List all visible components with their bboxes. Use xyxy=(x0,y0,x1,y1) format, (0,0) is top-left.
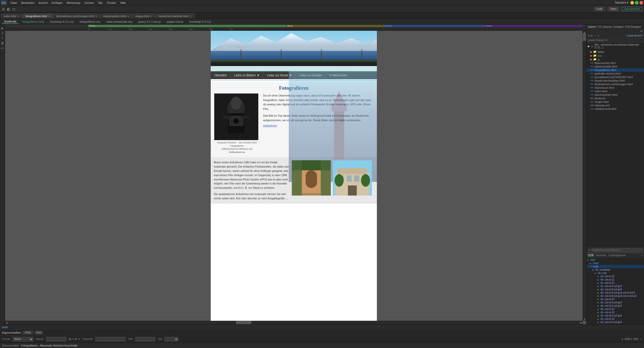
dom-row-row[interactable]: ▶ div .row xyxy=(587,271,643,275)
scroll-arrow-right[interactable]: ▶ xyxy=(580,321,583,324)
dom-row-body[interactable]: ▼ body xyxy=(587,265,643,268)
file-singen[interactable]: </> singen.html xyxy=(586,100,644,104)
source-file-bootstrap-js[interactable]: bootstrap-4.4.1.js xyxy=(187,20,213,24)
zoom-icon[interactable]: ⤡ xyxy=(640,338,642,340)
file-klavier[interactable]: </> klavierspielen.html xyxy=(586,93,644,97)
sidebar-icon-more[interactable]: ⋯ xyxy=(0,56,5,61)
menu-fenster[interactable]: Fenster xyxy=(105,1,118,5)
tab-close-singen[interactable]: ✕ xyxy=(150,15,152,18)
sidebar-icon-arrow[interactable]: ▶ xyxy=(0,26,5,30)
file-bilder[interactable]: ▶ 📁 bilder xyxy=(586,50,644,54)
menu-datei[interactable]: Datei xyxy=(9,1,19,5)
format-select[interactable]: Keine Absatz Überschrift 1 xyxy=(13,337,33,341)
panel-icon-2[interactable]: ⊕ xyxy=(591,34,593,37)
scroll-arrow-down[interactable]: ▼ xyxy=(583,318,586,321)
dom-row-col-4[interactable]: ▶ div .col-xl-4.col-lg-4 xyxy=(587,284,643,288)
code-btn[interactable]: Code xyxy=(594,7,605,11)
canvas-scrollbar-h[interactable]: ◀ ▶ xyxy=(5,321,583,324)
bold-icon[interactable]: 𝐁 xyxy=(69,337,71,341)
file-sitemap[interactable]: xml sitemap.xml xyxy=(586,104,644,107)
window-maximize[interactable] xyxy=(635,1,638,5)
panel-filter-icon[interactable]: ⚙ xyxy=(640,30,642,33)
source-tab-quellcode[interactable]: Quellcode xyxy=(2,19,19,24)
sidebar-icon-code[interactable]: </> xyxy=(0,46,5,50)
hyperlink-input[interactable] xyxy=(95,337,126,341)
panel-tab-css[interactable]: CSS Designer xyxy=(625,25,641,28)
file-impressum[interactable]: </> impressum.html xyxy=(586,86,644,89)
menu-bearbeiten[interactable]: Bearbeiten xyxy=(19,1,37,5)
file-hunde[interactable]: </> hunde-bernhardiner.html xyxy=(586,79,644,82)
lokale-ansicht-btn[interactable]: Lokale Ansicht xyxy=(626,34,643,37)
dom-tab-elemente[interactable]: Elemente xyxy=(596,254,606,257)
source-file-foto[interactable]: fotografieren.html xyxy=(21,20,46,24)
live-ansicht-btn[interactable]: Live-Ansicht ▾ xyxy=(622,7,642,11)
italic-icon[interactable]: 𝐼 xyxy=(71,337,72,341)
dom-row-col-15[interactable]: ▶ div .col-xl-4.col-lg-4 xyxy=(587,321,643,324)
tab-fotografieren[interactable]: fotografieren.html ✕ xyxy=(23,14,53,18)
tab-index[interactable]: index.html ✕ xyxy=(1,14,22,18)
sidebar-icon-img[interactable]: 🖼 xyxy=(0,41,5,45)
refresh-icon[interactable]: ⟲ xyxy=(588,248,590,252)
list-ol-icon[interactable]: ≣ xyxy=(75,337,77,341)
tab-singen[interactable]: singen.html ✕ xyxy=(132,14,155,18)
file-datenschutz[interactable]: </> datenschutz.html xyxy=(586,61,644,65)
ziel-select[interactable]: _blank _self xyxy=(164,337,178,341)
canvas-area[interactable]: Überblick Liebe zu Bildern ▼ Liebe zur M… xyxy=(5,31,586,324)
nav-bilder[interactable]: Liebe zu Bildern ▼ xyxy=(231,72,263,79)
dom-row-col-12[interactable]: ▶ div .col-xl-12 xyxy=(587,311,643,314)
dom-row-col-9[interactable]: ▶ div .col-xl-4.col-lg-4 xyxy=(587,301,643,304)
dom-row-container[interactable]: ▶ div .container xyxy=(587,268,643,271)
dom-add-icon[interactable]: + xyxy=(641,254,642,257)
dom-row-col-8[interactable]: ▶ div .col-xl-12 xyxy=(587,298,643,301)
dom-row-col-10[interactable]: ▶ div .col-xl-4.col-lg-4 xyxy=(587,304,643,307)
file-robots[interactable]: txt robots.txt xyxy=(586,97,644,100)
panel-icon-1[interactable]: ⟲ xyxy=(588,34,590,37)
dom-row-col-13[interactable]: ▶ div .col-xl-4.col-lg-6 xyxy=(587,314,643,317)
source-file-popper[interactable]: popper.min.js xyxy=(165,20,185,24)
scroll-arrow-left[interactable]: ◀ xyxy=(5,321,8,324)
menu-suchen[interactable]: Suchen xyxy=(83,1,96,5)
file-urheberrecht[interactable]: </> urheberrecht.html xyxy=(586,107,644,111)
file-illustrationen[interactable]: </> illustrationen-zeichnungen.html xyxy=(586,82,644,86)
teilen-btn[interactable]: Teilen xyxy=(608,7,619,11)
tab-close-fotografieren[interactable]: ✕ xyxy=(48,15,50,18)
tab-hunde[interactable]: hunde-bernhardiner.html ✕ xyxy=(156,14,194,18)
file-js[interactable]: ▶ 📁 js xyxy=(586,57,644,61)
dom-row-col-2[interactable]: ▶ div .col-xl-12 xyxy=(587,278,643,281)
nav-ueberblick[interactable]: Überblick xyxy=(211,72,231,79)
file-grundleiten[interactable]: </> grundleiten11a27b4010b7.html xyxy=(586,75,644,79)
panel-icon-3[interactable]: ↑ xyxy=(593,34,595,37)
list-ul-icon[interactable]: ≡ xyxy=(73,337,74,341)
site-expand-icon[interactable]: ▶ xyxy=(588,45,590,48)
html-props-btn[interactable]: HTML xyxy=(23,331,33,334)
css-props-btn[interactable]: CSS xyxy=(35,331,43,334)
panel-tab-cc[interactable]: CC Libraries xyxy=(598,25,612,28)
tab-close-index[interactable]: ✕ xyxy=(17,15,19,18)
source-file-jquery[interactable]: jquery-3.4.1.min.js xyxy=(136,20,163,24)
source-file-foto-css[interactable]: fotografieren.css xyxy=(78,20,102,24)
file-fotografieren[interactable]: </> fotografieren.html xyxy=(586,68,644,72)
dom-row-col-5[interactable]: ▶ div .col-xl-8.col-lg-8 xyxy=(587,288,643,291)
tab-close-illustrationen[interactable]: ✕ xyxy=(95,15,97,18)
dom-row-col-11[interactable]: ▶ div .col-xl-12 xyxy=(587,307,643,311)
window-close[interactable] xyxy=(639,1,643,5)
dom-row-head[interactable]: ▶ head xyxy=(587,262,643,265)
klasse-input[interactable] xyxy=(46,337,66,341)
window-minimize[interactable] xyxy=(630,1,634,5)
dom-row-col-1[interactable]: ▶ div .col-xl-12 xyxy=(587,275,643,278)
scroll-arrow-up[interactable]: ▲ xyxy=(583,31,586,34)
weiterlesen-link[interactable]: weiterlesen xyxy=(263,124,277,127)
indent-icon[interactable]: ⇥ xyxy=(78,337,80,341)
panel-icon-5[interactable]: ✕ xyxy=(597,34,599,37)
source-file-safari[interactable]: safari-pinned-tab.svg xyxy=(104,20,134,24)
file-gerlinde[interactable]: </> gerlinde-reichert.html xyxy=(586,72,644,75)
sidebar-icon-box[interactable]: ⊡ xyxy=(0,31,5,35)
panel-tab-einfuegen[interactable]: Einfügen xyxy=(614,25,623,28)
dom-row-col-7[interactable]: ▶ div .col-xl-8.col-lg-8.col-xl-md-12 xyxy=(587,294,643,298)
sidebar-icon-text[interactable]: T xyxy=(0,36,5,40)
body-tag-label[interactable]: body xyxy=(2,326,8,329)
file-css[interactable]: ▶ 📁 css xyxy=(586,54,644,57)
tab-klavier[interactable]: klavierspielen.html ✕ xyxy=(100,14,132,18)
menu-werkzeuge[interactable]: Werkzeuge xyxy=(64,1,82,5)
tab-close-hunde[interactable]: ✕ xyxy=(190,15,192,18)
